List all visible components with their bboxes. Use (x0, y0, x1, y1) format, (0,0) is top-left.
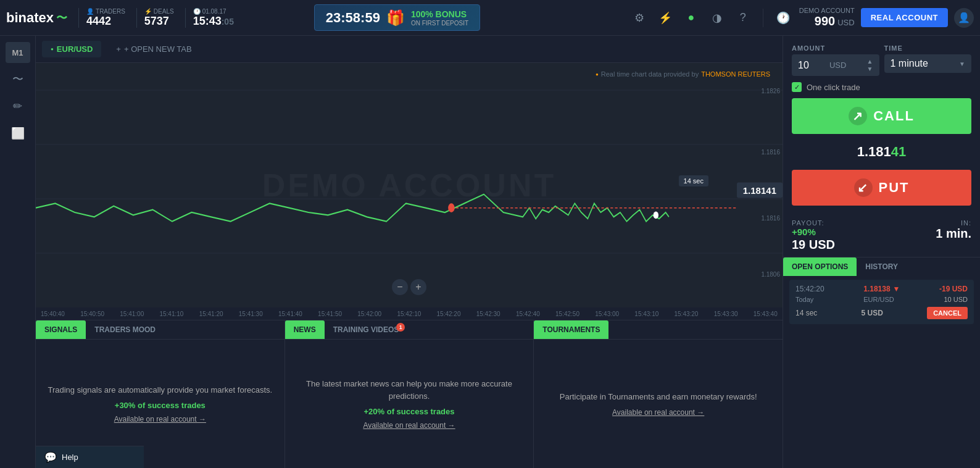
deals-stat: ⚡ DEALS 5737 (136, 8, 174, 28)
rectangle-icon[interactable]: ⬜ (7, 122, 29, 144)
trade-controls: AMOUNT 10 USD ▲ ▼ TIME 1 minute ▼ (783, 36, 980, 214)
contrast-icon[interactable]: ◑ (707, 8, 727, 28)
up-arrow-icon: ▲ (867, 58, 873, 65)
tournaments-description: Participate in Tournaments and earn mone… (560, 391, 757, 403)
help-bubble[interactable]: 💬 Help (36, 446, 144, 468)
zoom-in-button[interactable]: + (410, 279, 426, 295)
reuters-dot: ● (596, 72, 599, 77)
news-tabs: NEWS TRAINING VIDEOS 1 (285, 320, 534, 340)
one-click-row: ✓ One click trade (792, 82, 971, 92)
trade-bottom-row: Today EUR/USD 10 USD (795, 296, 968, 303)
news-tab[interactable]: NEWS (285, 320, 325, 339)
time-label: TIME (884, 44, 972, 52)
real-account-button[interactable]: REAL ACCOUNT (861, 8, 948, 27)
settings-icon[interactable]: ⚙ (629, 8, 649, 28)
x-label-15: 15:43:10 (634, 311, 658, 317)
demo-label: DEMO ACCOUNT (799, 7, 855, 14)
line-chart-icon[interactable]: 〜 (7, 68, 29, 90)
trade-date: Today (795, 296, 813, 303)
tournaments-content: Participate in Tournaments and earn mone… (534, 340, 783, 468)
x-label-16: 15:43:20 (675, 311, 699, 317)
signals-description: Trading signals are automatically provid… (48, 384, 272, 396)
logo[interactable]: binatex 〜 (6, 10, 67, 26)
chat-icon: 💬 (44, 451, 57, 463)
x-label-17: 15:43:30 (714, 311, 738, 317)
timeframe-button[interactable]: M1 (6, 42, 30, 63)
x-label-14: 15:43:00 (595, 311, 619, 317)
help-icon[interactable]: ? (733, 8, 753, 28)
zoom-out-button[interactable]: − (392, 279, 408, 295)
trade-entry: 15:42:20 1.18138 ▼ -19 USD Today EUR/USD… (789, 280, 974, 324)
x-label-1: 15:40:50 (80, 311, 104, 317)
eur-usd-tab[interactable]: ● EUR/USD (42, 41, 101, 57)
amount-input[interactable]: 10 USD ▲ ▼ (792, 54, 879, 76)
pencil-icon[interactable]: ✏ (7, 95, 29, 117)
payout-percent: +90% (792, 227, 816, 237)
cancel-trade-button[interactable]: CANCEL (927, 307, 968, 319)
countdown-label: 14 sec (679, 175, 708, 186)
x-label-0: 15:40:40 (41, 311, 65, 317)
time-value: 15:43:05 (193, 15, 234, 28)
account-info: DEMO ACCOUNT 990 USD (799, 7, 855, 28)
bonus-icon: 🎁 (386, 9, 405, 27)
put-button[interactable]: ↙ PUT (792, 170, 971, 206)
call-button[interactable]: ↗ CALL (792, 98, 971, 134)
time-field: TIME 1 minute ▼ (884, 44, 972, 76)
one-click-checkbox[interactable]: ✓ (792, 82, 802, 92)
traders-mood-tab[interactable]: TRADERS MOOD (86, 320, 164, 339)
amount-arrows[interactable]: ▲ ▼ (867, 58, 873, 72)
header: binatex 〜 👤 TRADERS 4442 ⚡ DEALS 5737 🕐 … (0, 0, 980, 36)
in-block: IN: 1 min. (936, 219, 971, 252)
x-label-10: 15:42:20 (437, 311, 461, 317)
avatar[interactable]: 👤 (954, 8, 974, 28)
trade-price: 1.18138 ▼ (863, 285, 900, 293)
tab-label: EUR/USD (57, 44, 93, 54)
open-options-tab[interactable]: OPEN OPTIONS (783, 257, 857, 276)
history-tab[interactable]: HISTORY (857, 257, 907, 276)
tournaments-tab[interactable]: TOURNAMENTS (534, 320, 608, 339)
tournaments-panel: TOURNAMENTS Participate in Tournaments a… (534, 320, 783, 468)
x-label-12: 15:42:40 (516, 311, 540, 317)
signals-tabs: SIGNALS TRADERS MOOD (36, 320, 284, 340)
date-label: 🕐 01.08.17 (193, 8, 226, 15)
provider-text: THOMSON REUTERS (701, 70, 770, 78)
time-icon[interactable]: 🕐 (773, 8, 793, 28)
training-videos-tab[interactable]: TRAINING VIDEOS 1 (325, 320, 408, 339)
notifications-icon[interactable]: ● (681, 8, 701, 28)
trade-amount: 10 USD (944, 296, 968, 303)
time-value: 1 minute (891, 58, 928, 69)
deals-label: ⚡ DEALS (144, 8, 174, 15)
down-arrow-icon: ▼ (867, 65, 873, 72)
svg-point-6 (654, 212, 658, 219)
signals-link[interactable]: Available on real account → (114, 415, 206, 424)
center-area: ● EUR/USD + + OPEN NEW TAB ● Real time c… (36, 36, 783, 468)
news-link[interactable]: Available on real account → (363, 421, 455, 430)
chart-attribution: ● Real time chart data provided by THOMS… (596, 70, 770, 78)
amount-currency: USD (829, 61, 846, 70)
bonus-timer: 23:58:59 (326, 10, 380, 26)
put-arrow-icon: ↙ (854, 178, 873, 197)
amount-field: AMOUNT 10 USD ▲ ▼ (792, 44, 879, 76)
chart-settings-icon[interactable]: ⚡ (655, 8, 675, 28)
trade-time: 15:42:20 (795, 285, 824, 293)
payout-usd: 19 USD (792, 238, 835, 252)
x-label-13: 15:42:50 (555, 311, 579, 317)
amount-value: 10 (798, 60, 809, 71)
plus-icon: + (116, 44, 121, 54)
add-tab-button[interactable]: + + OPEN NEW TAB (107, 41, 200, 57)
tournaments-link[interactable]: Available on real account → (612, 408, 704, 417)
time-select[interactable]: 1 minute ▼ (884, 54, 972, 73)
price-static: 1.181 (857, 144, 891, 159)
bottom-panels: SIGNALS TRADERS MOOD Trading signals are… (36, 320, 783, 468)
traders-stat: 👤 TRADERS 4442 (78, 8, 125, 28)
bonus-banner[interactable]: 23:58:59 🎁 100% BONUS ON FIRST DEPOSIT (314, 4, 480, 31)
signals-tab[interactable]: SIGNALS (36, 320, 86, 339)
x-label-2: 15:41:00 (120, 311, 144, 317)
price-level-2: 1.1816 (761, 149, 783, 156)
traders-label: 👤 TRADERS (86, 8, 125, 15)
price-level-4: 1.1806 (761, 271, 783, 278)
news-success: +20% of success trades (363, 407, 454, 416)
zoom-controls: − + (392, 279, 426, 295)
main-content: M1 〜 ✏ ⬜ ● EUR/USD + + OPEN NEW TAB ● Re (0, 36, 980, 468)
payout-label: PAYOUT: (792, 219, 835, 227)
